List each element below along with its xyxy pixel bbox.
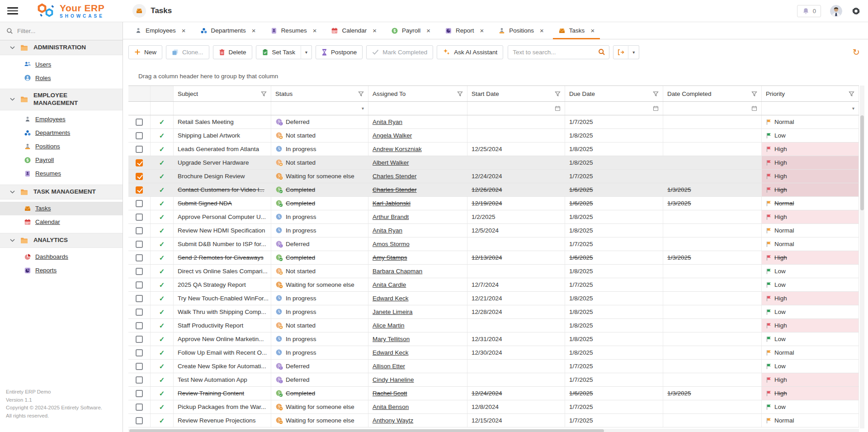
priority-cell[interactable]: High — [762, 373, 859, 386]
tab-report[interactable]: Report× — [438, 22, 491, 39]
row-select-cell[interactable] — [128, 305, 151, 318]
start-date-cell[interactable]: 12/24/2024 — [467, 170, 565, 183]
subject-cell[interactable]: Brochure Design Review — [174, 170, 271, 183]
row-select-cell[interactable] — [128, 332, 151, 346]
priority-cell[interactable]: Low — [762, 278, 859, 291]
status-cell[interactable]: Deferred — [271, 115, 368, 128]
table-row[interactable]: ✓Review Revenue ProjectionsWaiting for s… — [128, 414, 859, 427]
hamburger-menu-icon[interactable] — [7, 5, 18, 16]
assigned-to-cell[interactable]: Cindy Haneline — [368, 373, 467, 386]
start-date-cell[interactable] — [467, 319, 565, 332]
row-select-cell[interactable] — [128, 210, 151, 223]
table-row[interactable]: ✓Try New Touch-Enabled WinFor...In progr… — [128, 292, 859, 305]
row-checkbox[interactable] — [136, 390, 143, 397]
search-button[interactable] — [594, 46, 609, 59]
export-button[interactable]: ▾ — [613, 45, 639, 59]
subject-cell[interactable]: Leads Generated from Atlanta — [174, 142, 271, 156]
assigned-to-link[interactable]: Allison Etter — [373, 363, 405, 370]
subject-cell[interactable]: Review Training Content — [174, 387, 271, 400]
subject-cell[interactable]: Upgrade Server Hardware — [174, 156, 271, 169]
assigned-to-cell[interactable]: Rachel Scott — [368, 387, 467, 400]
start-date-cell[interactable]: 12/31/2024 — [467, 332, 565, 346]
row-checkbox[interactable] — [136, 376, 143, 384]
assigned-to-link[interactable]: Charles Stender — [373, 186, 417, 193]
row-checkbox[interactable] — [136, 281, 143, 289]
subject-cell[interactable]: Shipping Label Artwork — [174, 129, 271, 142]
priority-cell[interactable]: High — [762, 319, 859, 332]
assigned-to-link[interactable]: Janete Limeira — [373, 309, 413, 315]
table-row[interactable]: ✓Submit D&B Number to ISP for...Deferred… — [128, 237, 859, 251]
priority-cell[interactable]: Low — [762, 360, 859, 373]
start-date-cell[interactable] — [467, 115, 565, 128]
assigned-to-cell[interactable]: Alice Martin — [368, 319, 467, 332]
due-date-cell[interactable]: 1/7/2025 — [565, 400, 663, 413]
priority-cell[interactable]: Normal — [762, 197, 859, 210]
table-row[interactable]: ✓Review New HDMI SpecificationIn progres… — [128, 224, 859, 237]
filter-funnel-icon[interactable] — [555, 91, 561, 97]
subject-cell[interactable]: Send 2 Remotes for Giveaways — [174, 251, 271, 264]
assigned-to-link[interactable]: Andrew Korszniak — [373, 146, 422, 152]
column-header-assigned-to[interactable]: Assigned To — [368, 86, 467, 101]
assigned-to-cell[interactable]: Arthur Brandt — [368, 210, 467, 223]
subject-cell[interactable]: Approve Personal Computer U... — [174, 210, 271, 223]
tab-positions[interactable]: Positions× — [491, 22, 551, 39]
status-cell[interactable]: In progress — [271, 305, 368, 318]
postpone-button[interactable]: Postpone — [316, 45, 363, 59]
date-completed-cell[interactable] — [663, 278, 762, 291]
subject-cell[interactable]: Review New HDMI Specification — [174, 224, 271, 237]
sidebar-item-employees[interactable]: Employees — [0, 113, 123, 126]
assigned-to-cell[interactable]: Angela Walker — [368, 129, 467, 142]
table-row[interactable]: ✓Leads Generated from AtlantaIn progress… — [128, 142, 859, 156]
assigned-to-cell[interactable]: Barbara Chapman — [368, 265, 467, 278]
assigned-to-link[interactable]: Anita Cardle — [373, 281, 406, 288]
priority-cell[interactable]: High — [762, 292, 859, 305]
status-cell[interactable]: Not started — [271, 265, 368, 278]
status-cell[interactable]: Not started — [271, 319, 368, 332]
subject-cell[interactable]: Follow Up Email with Recent O... — [174, 346, 271, 359]
priority-cell[interactable]: High — [762, 156, 859, 169]
due-date-cell[interactable]: 1/8/2025 — [565, 346, 663, 359]
date-completed-cell[interactable]: 1/3/2025 — [663, 197, 762, 210]
assigned-to-cell[interactable]: Anita Cardle — [368, 278, 467, 291]
row-select-cell[interactable] — [128, 346, 151, 359]
status-cell[interactable]: In progress — [271, 142, 368, 156]
subject-cell[interactable]: Test New Automation App — [174, 373, 271, 386]
due-date-cell[interactable]: 1/8/2025 — [565, 210, 663, 223]
date-completed-cell[interactable] — [663, 224, 762, 237]
subject-cell[interactable]: Staff Productivity Report — [174, 319, 271, 332]
avatar[interactable] — [830, 5, 842, 17]
row-checkbox[interactable] — [136, 322, 143, 329]
table-row[interactable]: ✓Pickup Packages from the War...Waiting … — [128, 400, 859, 414]
status-cell[interactable]: Waiting for someone else — [271, 400, 368, 413]
table-row[interactable]: ✓Shipping Label ArtworkNot startedAngela… — [128, 129, 859, 142]
sidebar-item-calendar[interactable]: Calendar — [0, 215, 123, 229]
status-cell[interactable]: In progress — [271, 224, 368, 237]
status-cell[interactable]: Waiting for someone else — [271, 170, 368, 183]
column-header-due-date[interactable]: Due Date — [565, 86, 663, 101]
row-select-cell[interactable] — [128, 265, 151, 278]
status-cell[interactable]: Completed — [271, 183, 368, 196]
row-select-cell[interactable] — [128, 360, 151, 373]
filter-funnel-icon[interactable] — [849, 91, 854, 97]
gear-icon[interactable] — [851, 6, 861, 16]
row-select-cell[interactable] — [128, 129, 151, 142]
assigned-to-cell[interactable]: Charles Stender — [368, 183, 467, 196]
row-checkbox[interactable] — [136, 146, 143, 153]
assigned-to-link[interactable]: Edward Keck — [373, 349, 409, 356]
status-cell[interactable]: Deferred — [271, 360, 368, 373]
priority-cell[interactable]: Normal — [762, 346, 859, 359]
table-row[interactable]: ✓Follow Up Email with Recent O...In prog… — [128, 346, 859, 360]
filter-funnel-icon[interactable] — [261, 91, 267, 97]
due-date-cell[interactable]: 1/6/2025 — [565, 183, 663, 196]
start-date-cell[interactable] — [467, 265, 565, 278]
row-select-cell[interactable] — [128, 387, 151, 400]
assigned-to-cell[interactable]: Janete Limeira — [368, 305, 467, 318]
table-row[interactable]: ✓Staff Productivity ReportNot startedAli… — [128, 319, 859, 332]
export-caret[interactable]: ▾ — [628, 45, 639, 59]
priority-cell[interactable]: Normal — [762, 224, 859, 237]
assigned-to-cell[interactable]: Mary Tellitson — [368, 332, 467, 346]
close-icon[interactable]: × — [590, 27, 594, 34]
subject-cell[interactable]: Review Revenue Projections — [174, 414, 271, 427]
start-date-cell[interactable]: 12/30/2024 — [467, 346, 565, 359]
assigned-to-link[interactable]: Barbara Chapman — [373, 268, 422, 275]
